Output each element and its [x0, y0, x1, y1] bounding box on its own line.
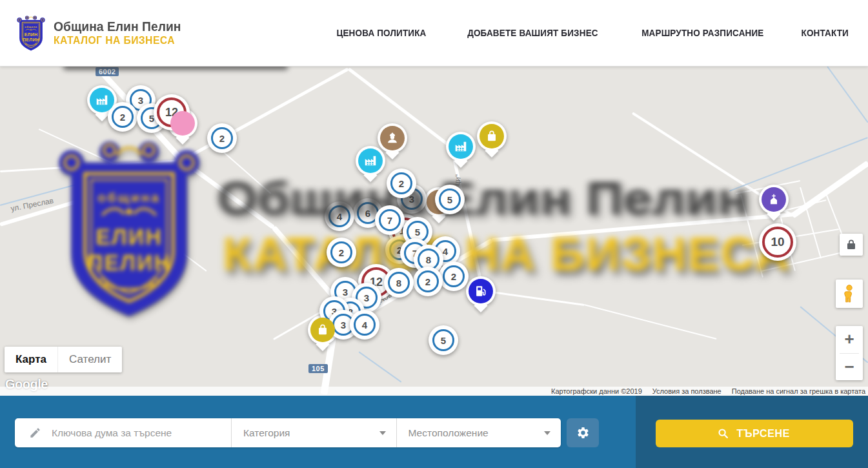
- nav-contacts[interactable]: КОНТАКТИ: [801, 27, 848, 39]
- map-pin-worker-brown[interactable]: [378, 123, 407, 153]
- zoom-control: + −: [836, 326, 863, 380]
- attribution-copyright: Картографски данни ©2019: [551, 387, 642, 395]
- keyword-search-input[interactable]: [50, 427, 231, 440]
- fuel-icon: [469, 279, 493, 303]
- map-type-satellite-button[interactable]: Сателит: [57, 347, 122, 372]
- map-cluster-marker[interactable]: 8: [384, 268, 414, 298]
- header: Община Елин Пелин КАТАЛОГ НА БИЗНЕСА ЦЕН…: [0, 0, 868, 66]
- cluster-count: 7: [379, 209, 401, 231]
- search-icon: [718, 428, 729, 439]
- nav-pricing-policy[interactable]: ЦЕНОВА ПОЛИТИКА: [336, 27, 426, 39]
- map-cluster-marker[interactable]: 5: [429, 325, 458, 355]
- street-view-pegman-button[interactable]: [836, 280, 863, 308]
- map-cluster-marker[interactable]: 2: [387, 168, 416, 198]
- cluster-count: 2: [417, 270, 439, 292]
- map-pin-bag-yellow[interactable]: [477, 121, 507, 151]
- map-cluster-marker[interactable]: 2: [207, 123, 237, 153]
- municipality-crest-logo: [16, 15, 46, 52]
- lock-icon: [847, 239, 856, 250]
- chevron-down-icon: [379, 431, 386, 435]
- map-pin-factory-cyan[interactable]: [356, 146, 385, 176]
- map-cluster-marker[interactable]: 5: [435, 185, 465, 214]
- map-pin-church-purple[interactable]: [759, 185, 789, 214]
- map-cluster-marker[interactable]: 2: [327, 238, 356, 267]
- factory-icon: [90, 88, 114, 112]
- map-cluster-marker[interactable]: 4: [350, 310, 379, 340]
- cluster-count: 2: [211, 127, 233, 149]
- search-button-label: ТЪРСЕНЕ: [736, 427, 789, 440]
- cluster-count: 4: [354, 314, 376, 336]
- worker-icon: [380, 126, 405, 150]
- site-logo-link[interactable]: Община Елин Пелин КАТАЛОГ НА БИЗНЕСА: [16, 15, 192, 52]
- factory-icon: [358, 148, 383, 173]
- cluster-count: 5: [439, 188, 461, 210]
- map-cluster-marker[interactable]: 2: [413, 267, 443, 296]
- category-select-label: Категория: [243, 427, 290, 439]
- map-cluster-marker[interactable]: 10: [759, 223, 796, 261]
- dot-icon: [170, 111, 195, 136]
- map-pin-fuel-fuelblue[interactable]: [466, 276, 496, 306]
- location-select[interactable]: Местоположение: [396, 418, 561, 447]
- search-action-panel: ТЪРСЕНЕ: [636, 396, 868, 468]
- road-shield: 105: [308, 364, 328, 373]
- main-nav: ЦЕНОВА ПОЛИТИКА ДОБАВЕТЕ ВАШИЯТ БИЗНЕС М…: [330, 27, 852, 39]
- pencil-icon: [29, 427, 41, 439]
- map-cluster-marker[interactable]: 4: [325, 201, 354, 231]
- cluster-count: 2: [330, 241, 352, 263]
- church-icon: [762, 187, 786, 212]
- terms-link[interactable]: Условия за ползване: [652, 387, 722, 395]
- zoom-out-button[interactable]: −: [836, 354, 863, 381]
- lock-button[interactable]: [840, 234, 863, 256]
- page: 6002 105 ул. Преслав бул. „Новосел ци“ 3…: [0, 0, 868, 468]
- chevron-down-icon: [544, 431, 550, 435]
- gear-icon: [576, 426, 590, 440]
- bag-icon: [310, 318, 335, 342]
- factory-icon: [449, 134, 473, 159]
- cluster-count: 2: [443, 265, 465, 287]
- location-select-label: Местоположение: [409, 427, 489, 439]
- category-select[interactable]: Категория: [231, 418, 396, 447]
- map-attribution: Картографски данни ©2019 Условия за полз…: [0, 387, 868, 396]
- cluster-count: 5: [432, 329, 454, 351]
- cluster-count: 2: [112, 106, 134, 128]
- cluster-count: 4: [328, 205, 350, 227]
- cluster-count: 2: [390, 172, 412, 194]
- advanced-search-gear-button[interactable]: [567, 418, 599, 447]
- map-type-map-button[interactable]: Карта: [5, 347, 57, 372]
- search-button[interactable]: ТЪРСЕНЕ: [656, 420, 853, 447]
- cluster-count: 10: [762, 227, 793, 258]
- nav-route-schedule[interactable]: МАРШРУТНО РАЗПИСАНИЕ: [641, 27, 763, 39]
- map-pin-factory-cyan[interactable]: [446, 132, 476, 161]
- street-label: ул. Преслав: [10, 196, 54, 214]
- search-bar: Категория Местоположение ТЪРСЕНЕ: [0, 396, 868, 468]
- map-cluster-marker[interactable]: 2: [439, 261, 469, 291]
- nav-add-your-business[interactable]: ДОБАВЕТЕ ВАШИЯТ БИЗНЕС: [467, 27, 598, 39]
- pegman-icon: [842, 284, 856, 303]
- keyword-section: [15, 418, 231, 447]
- logo-text: Община Елин Пелин КАТАЛОГ НА БИЗНЕСА: [54, 19, 192, 47]
- site-title: Община Елин Пелин: [54, 19, 181, 34]
- cluster-count: 8: [388, 272, 410, 294]
- site-subtitle: КАТАЛОГ НА БИЗНЕСА: [54, 34, 181, 47]
- map-type-control: Карта Сателит: [5, 347, 122, 372]
- bag-icon: [479, 124, 504, 148]
- map-cluster-marker[interactable]: 7: [375, 205, 405, 235]
- search-box: Категория Местоположение: [15, 418, 561, 447]
- report-error-link[interactable]: Подаване на сигнал за грешка в картата: [732, 387, 865, 395]
- zoom-in-button[interactable]: +: [836, 326, 863, 353]
